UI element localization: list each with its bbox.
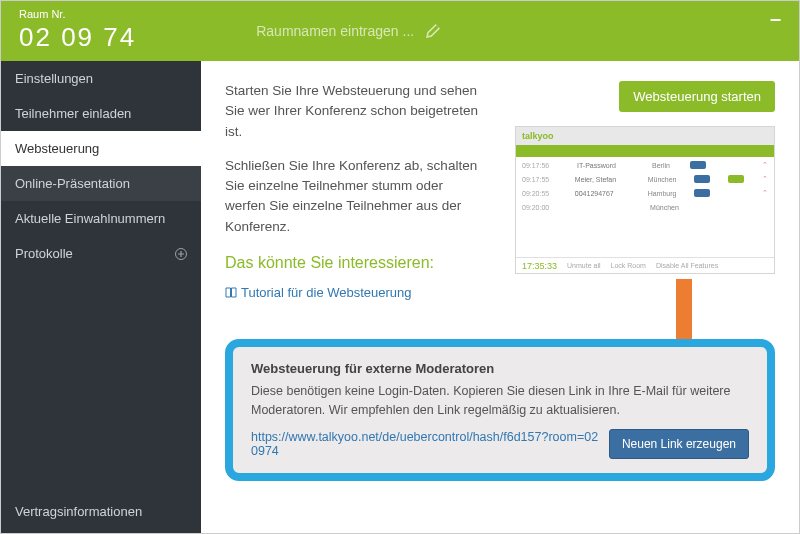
- external-moderator-box: Websteuerung für externe Moderatoren Die…: [225, 339, 775, 482]
- room-number: 02 09 74: [19, 22, 136, 53]
- sidebar-item-dialin[interactable]: Aktuelle Einwahlnummern: [1, 201, 201, 236]
- webcontrol-preview-image: talkyoo 09:17:56IT-PasswordBerlin⌃ 09:17…: [515, 126, 775, 274]
- sidebar-item-webcontrol[interactable]: Websteuerung: [1, 131, 201, 166]
- roomname-placeholder: Raumnamen eintragen ...: [256, 23, 414, 39]
- book-icon: [225, 287, 237, 299]
- intro-p2: Schließen Sie Ihre Konferenz ab, schalte…: [225, 156, 485, 237]
- minimize-icon[interactable]: –: [770, 7, 781, 30]
- extbox-title: Websteuerung für externe Moderatoren: [251, 361, 749, 376]
- sidebar-item-presentation[interactable]: Online-Präsentation: [1, 166, 201, 201]
- description-block: Starten Sie Ihre Websteuerung und sehen …: [225, 81, 485, 305]
- interest-heading: Das könnte Sie interessieren:: [225, 251, 485, 275]
- main-content: Starten Sie Ihre Websteuerung und sehen …: [201, 61, 799, 533]
- external-link[interactable]: https://www.talkyoo.net/de/uebercontrol/…: [251, 430, 599, 458]
- header-bar: Raum Nr. 02 09 74 Raumnamen eintragen ..…: [1, 1, 799, 61]
- sidebar: Einstellungen Teilnehmer einladen Webste…: [1, 61, 201, 533]
- tutorial-link[interactable]: Tutorial für die Websteuerung: [225, 283, 412, 303]
- room-block: Raum Nr. 02 09 74: [19, 9, 136, 53]
- preview-logo: talkyoo: [522, 131, 554, 141]
- roomname-editor[interactable]: Raumnamen eintragen ...: [256, 23, 440, 39]
- plus-icon: [175, 248, 187, 260]
- sidebar-item-settings[interactable]: Einstellungen: [1, 61, 201, 96]
- sidebar-item-protocols[interactable]: Protokolle: [1, 236, 201, 271]
- sidebar-item-contract[interactable]: Vertragsinformationen: [1, 490, 201, 533]
- generate-link-button[interactable]: Neuen Link erzeugen: [609, 429, 749, 459]
- intro-p1: Starten Sie Ihre Websteuerung und sehen …: [225, 81, 485, 142]
- extbox-desc: Diese benötigen keine Login-Daten. Kopie…: [251, 382, 749, 420]
- room-label: Raum Nr.: [19, 9, 136, 20]
- sidebar-item-invite[interactable]: Teilnehmer einladen: [1, 96, 201, 131]
- pencil-icon[interactable]: [426, 24, 440, 38]
- start-webcontrol-button[interactable]: Websteuerung starten: [619, 81, 775, 112]
